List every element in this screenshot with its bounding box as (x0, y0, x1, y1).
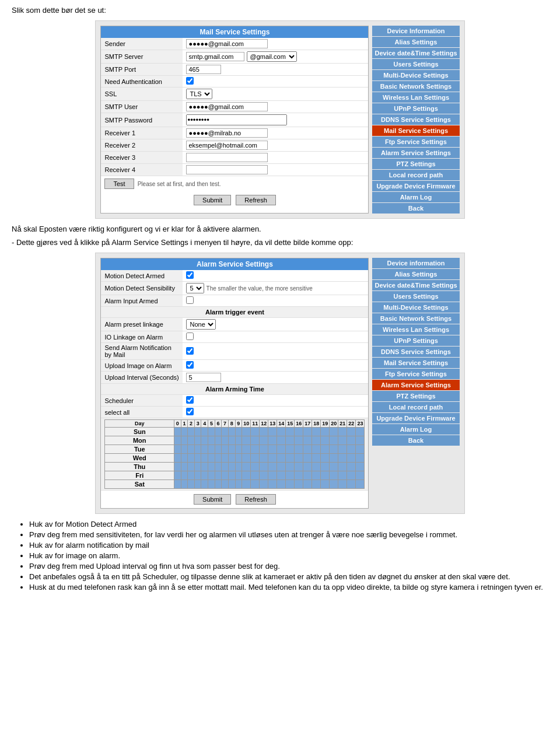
grid-time-cell[interactable] (286, 480, 295, 489)
nav-device-information[interactable]: Device Information (372, 26, 459, 36)
grid-time-cell[interactable] (222, 445, 229, 454)
grid-time-cell[interactable] (194, 463, 201, 471)
grid-time-cell[interactable] (286, 428, 295, 436)
alarm-mail-checkbox[interactable] (186, 347, 194, 355)
grid-time-cell[interactable] (347, 436, 356, 445)
grid-time-cell[interactable] (347, 471, 356, 480)
alarm-nav-upgrade[interactable]: Upgrade Device Firmware (372, 413, 459, 424)
grid-time-cell[interactable] (312, 471, 321, 480)
nav-basic-network[interactable]: Basic Network Settings (372, 81, 459, 92)
grid-time-cell[interactable] (286, 471, 295, 480)
nav-ptz[interactable]: PTZ Settings (372, 159, 459, 169)
grid-time-cell[interactable] (201, 436, 208, 445)
grid-time-cell[interactable] (181, 428, 188, 436)
grid-time-cell[interactable] (312, 428, 321, 436)
grid-time-cell[interactable] (251, 428, 260, 436)
grid-time-cell[interactable] (277, 436, 286, 445)
nav-device-datetime[interactable]: Device date&Time Settings (372, 48, 459, 58)
grid-time-cell[interactable] (295, 471, 303, 480)
grid-time-cell[interactable] (356, 436, 365, 445)
grid-time-cell[interactable] (260, 471, 268, 480)
alarm-nav-ftp[interactable]: Ftp Service Settings (372, 369, 459, 379)
alarm-nav-alarm-service[interactable]: Alarm Service Settings (372, 380, 459, 390)
grid-time-cell[interactable] (268, 428, 277, 436)
grid-time-cell[interactable] (251, 480, 260, 489)
alarm-nav-alias[interactable]: Alias Settings (372, 269, 459, 279)
grid-time-cell[interactable] (268, 463, 277, 471)
nav-users-settings[interactable]: Users Settings (372, 59, 459, 69)
scheduler-checkbox[interactable] (186, 396, 194, 404)
alarm-nav-multi-device[interactable]: Multi-Device Settings (372, 302, 459, 313)
grid-time-cell[interactable] (330, 471, 338, 480)
nav-back-mail[interactable]: Back (372, 203, 459, 214)
grid-time-cell[interactable] (312, 480, 321, 489)
smtp-port-input[interactable] (186, 65, 221, 74)
grid-time-cell[interactable] (347, 463, 356, 471)
nav-upnp[interactable]: UPnP Settings (372, 103, 459, 114)
grid-time-cell[interactable] (215, 480, 222, 489)
grid-time-cell[interactable] (208, 436, 215, 445)
grid-time-cell[interactable] (228, 471, 235, 480)
grid-time-cell[interactable] (194, 480, 201, 489)
grid-time-cell[interactable] (188, 445, 195, 454)
grid-time-cell[interactable] (338, 454, 347, 463)
grid-time-cell[interactable] (295, 436, 303, 445)
grid-time-cell[interactable] (188, 428, 195, 436)
grid-time-cell[interactable] (303, 463, 312, 471)
ssl-select[interactable]: TLS (186, 89, 212, 99)
grid-time-cell[interactable] (356, 428, 365, 436)
alarm-refresh-button[interactable]: Refresh (236, 494, 276, 505)
grid-time-cell[interactable] (268, 454, 277, 463)
grid-time-cell[interactable] (286, 454, 295, 463)
grid-time-cell[interactable] (338, 463, 347, 471)
grid-time-cell[interactable] (222, 463, 229, 471)
grid-time-cell[interactable] (222, 428, 229, 436)
grid-time-cell[interactable] (228, 436, 235, 445)
select-all-checkbox[interactable] (186, 408, 194, 415)
grid-time-cell[interactable] (260, 428, 268, 436)
grid-time-cell[interactable] (242, 454, 251, 463)
grid-time-cell[interactable] (222, 471, 229, 480)
grid-time-cell[interactable] (242, 436, 251, 445)
grid-time-cell[interactable] (188, 436, 195, 445)
grid-time-cell[interactable] (295, 445, 303, 454)
io-linkage-checkbox[interactable] (186, 332, 194, 340)
alarm-submit-button[interactable]: Submit (194, 494, 231, 505)
grid-time-cell[interactable] (330, 436, 338, 445)
nav-mail-service[interactable]: Mail Service Settings (372, 125, 459, 136)
nav-wireless-lan[interactable]: Wireless Lan Settings (372, 92, 459, 103)
grid-time-cell[interactable] (321, 480, 330, 489)
grid-time-cell[interactable] (174, 463, 181, 471)
grid-time-cell[interactable] (338, 428, 347, 436)
grid-time-cell[interactable] (251, 454, 260, 463)
grid-time-cell[interactable] (235, 445, 242, 454)
grid-time-cell[interactable] (356, 480, 365, 489)
grid-time-cell[interactable] (330, 428, 338, 436)
grid-time-cell[interactable] (181, 471, 188, 480)
grid-time-cell[interactable] (235, 471, 242, 480)
grid-time-cell[interactable] (260, 463, 268, 471)
grid-time-cell[interactable] (268, 445, 277, 454)
grid-time-cell[interactable] (242, 480, 251, 489)
grid-time-cell[interactable] (235, 463, 242, 471)
alarm-nav-mail[interactable]: Mail Service Settings (372, 358, 459, 368)
grid-time-cell[interactable] (295, 480, 303, 489)
grid-time-cell[interactable] (235, 454, 242, 463)
grid-time-cell[interactable] (277, 454, 286, 463)
grid-time-cell[interactable] (303, 445, 312, 454)
grid-time-cell[interactable] (277, 445, 286, 454)
grid-time-cell[interactable] (208, 454, 215, 463)
grid-time-cell[interactable] (347, 480, 356, 489)
grid-time-cell[interactable] (321, 428, 330, 436)
grid-time-cell[interactable] (215, 445, 222, 454)
grid-time-cell[interactable] (303, 428, 312, 436)
grid-time-cell[interactable] (321, 445, 330, 454)
grid-time-cell[interactable] (194, 445, 201, 454)
grid-time-cell[interactable] (347, 428, 356, 436)
alarm-nav-ddns[interactable]: DDNS Service Settings (372, 346, 459, 357)
grid-time-cell[interactable] (330, 463, 338, 471)
grid-time-cell[interactable] (174, 445, 181, 454)
grid-time-cell[interactable] (295, 463, 303, 471)
receiver4-input[interactable] (186, 165, 268, 174)
grid-time-cell[interactable] (303, 436, 312, 445)
